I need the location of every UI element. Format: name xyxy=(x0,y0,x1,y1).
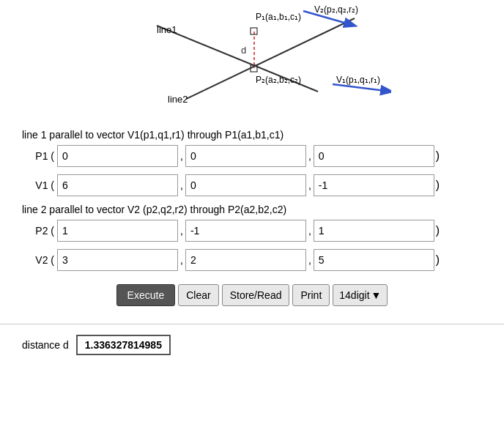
diagram-svg: line1 line2 P₁(a₁,b₁,c₁) P₂(a₂,b₂,c₂) d … xyxy=(113,4,391,114)
button-row: Execute Clear Store/Read Print 14digit ▼ xyxy=(22,284,482,306)
diagram-area: line1 line2 P₁(a₁,b₁,c₁) P₂(a₂,b₂,c₂) d … xyxy=(0,0,504,117)
v2-row: V2 ( , , ) xyxy=(22,249,482,271)
p2-sep1: , xyxy=(178,225,185,237)
svg-text:d: d xyxy=(241,45,246,56)
p1-x-input[interactable] xyxy=(57,145,178,167)
v2-close-paren: ) xyxy=(434,253,441,267)
v1-sep1: , xyxy=(178,179,185,191)
v1-y-input[interactable] xyxy=(185,174,306,196)
v1-label: V1 ( xyxy=(22,179,57,191)
svg-text:V₂(p₂,q₂,r₂): V₂(p₂,q₂,r₂) xyxy=(314,4,358,15)
v2-y-input[interactable] xyxy=(185,249,306,271)
distance-label: distance d xyxy=(22,339,69,351)
svg-text:P₁(a₁,b₁,c₁): P₁(a₁,b₁,c₁) xyxy=(256,12,301,22)
p2-y-input[interactable] xyxy=(185,220,306,242)
p2-close-paren: ) xyxy=(434,224,441,237)
line1-description: line 1 parallel to vector V1(p1,q1,r1) t… xyxy=(22,129,482,141)
svg-line-1 xyxy=(186,18,355,99)
v2-label: V2 ( xyxy=(22,254,57,266)
p1-row: P1 ( , , ) xyxy=(22,145,482,167)
p1-sep2: , xyxy=(306,150,314,162)
p2-row: P2 ( , , ) xyxy=(22,220,482,242)
p1-close-paren: ) xyxy=(434,149,441,163)
svg-text:P₂(a₂,b₂,c₂): P₂(a₂,b₂,c₂) xyxy=(256,75,301,85)
chevron-down-icon: ▼ xyxy=(371,289,382,301)
v1-x-input[interactable] xyxy=(57,174,178,196)
v2-sep2: , xyxy=(306,254,314,266)
p2-sep2: , xyxy=(306,225,314,237)
p1-label: P1 ( xyxy=(22,150,57,162)
form-area: line 1 parallel to vector V1(p1,q1,r1) t… xyxy=(0,117,504,319)
svg-text:line2: line2 xyxy=(168,94,188,105)
p2-z-input[interactable] xyxy=(314,220,434,242)
svg-text:V₁(p₁,q₁,r₁): V₁(p₁,q₁,r₁) xyxy=(336,75,380,85)
digit-label: 14digit xyxy=(339,289,369,301)
result-row: distance d 1.336327814985 xyxy=(0,329,504,361)
divider xyxy=(0,324,504,324)
v2-sep1: , xyxy=(178,254,185,266)
v2-x-input[interactable] xyxy=(57,249,178,271)
distance-value: 1.336327814985 xyxy=(76,335,171,355)
p2-label: P2 ( xyxy=(22,225,57,237)
v1-z-input[interactable] xyxy=(314,174,434,196)
p2-x-input[interactable] xyxy=(57,220,178,242)
p1-z-input[interactable] xyxy=(314,145,434,167)
execute-button[interactable]: Execute xyxy=(116,284,176,306)
print-button[interactable]: Print xyxy=(292,284,330,306)
clear-button[interactable]: Clear xyxy=(178,284,218,306)
digit-button[interactable]: 14digit ▼ xyxy=(333,284,388,306)
v1-close-paren: ) xyxy=(434,179,441,192)
p1-y-input[interactable] xyxy=(185,145,306,167)
v1-row: V1 ( , , ) xyxy=(22,174,482,196)
svg-line-3 xyxy=(333,84,391,92)
p1-sep1: , xyxy=(178,150,185,162)
v1-sep2: , xyxy=(306,179,314,191)
svg-text:line1: line1 xyxy=(157,24,177,35)
v2-z-input[interactable] xyxy=(314,249,434,271)
line2-description: line 2 parallel to vector V2 (p2,q2,r2) … xyxy=(22,204,482,215)
store-read-button[interactable]: Store/Read xyxy=(222,284,290,306)
